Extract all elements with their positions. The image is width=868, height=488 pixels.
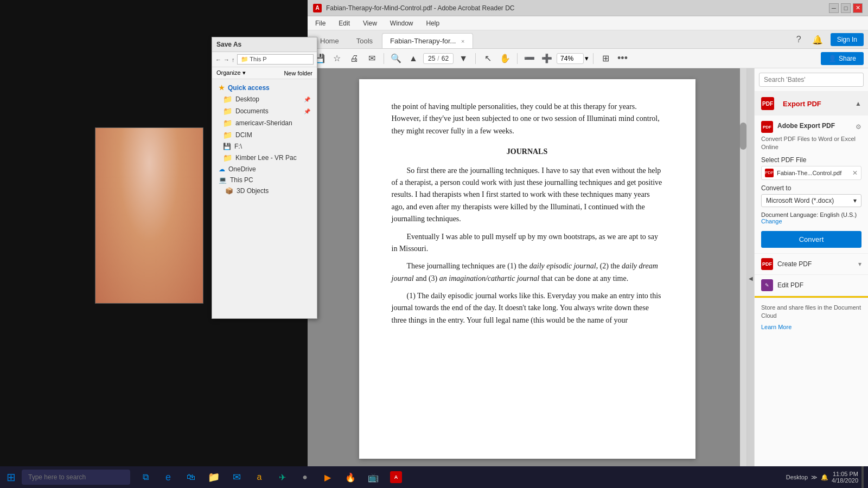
- maximize-button[interactable]: □: [841, 3, 851, 13]
- file-chip-name: Fabian-The...Control.pdf: [777, 170, 850, 176]
- show-desktop-button[interactable]: [861, 466, 864, 488]
- select-tool-button[interactable]: ↖: [480, 51, 495, 66]
- fe-item-label: Kimber Lee - VR Pac: [235, 154, 297, 162]
- taskview-button[interactable]: ⧉: [135, 466, 156, 488]
- close-button[interactable]: ✕: [853, 3, 863, 13]
- app9-icon-btn[interactable]: 🔥: [340, 466, 361, 488]
- fe-onedrive[interactable]: ☁ OneDrive: [212, 164, 317, 175]
- export-pdf-title: Export PDF: [783, 100, 821, 108]
- change-language-link[interactable]: Change: [761, 218, 782, 224]
- fe-item-fdrive[interactable]: 💾 F:\: [212, 141, 317, 152]
- create-pdf-tool[interactable]: PDF Create PDF ▾: [755, 254, 868, 275]
- panel-collapse-button[interactable]: ◀: [746, 68, 754, 488]
- convert-to-label: Convert to: [761, 184, 861, 192]
- tripadvisor-icon: ✈: [279, 472, 286, 483]
- notification-tray[interactable]: 🔔: [821, 474, 828, 481]
- new-folder-btn[interactable]: New folder: [284, 70, 312, 76]
- cloud-section: Store and share files in the Document Cl…: [755, 298, 868, 336]
- convert-button[interactable]: Convert: [761, 231, 861, 248]
- zoom-out-button[interactable]: 🔍: [388, 51, 404, 66]
- menu-help[interactable]: Help: [423, 18, 443, 28]
- language-label: Document Language:: [761, 211, 818, 218]
- fe-item-desktop[interactable]: 📁 Desktop 📌: [212, 93, 317, 105]
- organize-btn[interactable]: Organize ▾: [216, 69, 246, 76]
- taskbar-search-input[interactable]: [22, 470, 130, 485]
- amazon-icon-btn[interactable]: a: [248, 466, 270, 488]
- fe-back-icon[interactable]: ←: [215, 56, 221, 63]
- menu-file[interactable]: File: [312, 18, 329, 28]
- tab-close-icon[interactable]: ×: [461, 38, 464, 44]
- page-total: 62: [442, 55, 449, 62]
- convert-to-dropdown[interactable]: Microsoft Word (*.docx) ▾: [761, 194, 861, 207]
- mail-icon: ✉: [233, 471, 241, 483]
- print-button[interactable]: 🖨: [347, 51, 362, 66]
- export-pdf-section: PDF Export PDF ▲ PDF Adobe Export PDF ⚙ …: [755, 92, 868, 254]
- remove-file-button[interactable]: ✕: [852, 169, 858, 177]
- create-pdf-label: Create PDF: [777, 260, 812, 268]
- service-description: Convert PDF Files to Word or Excel Onlin…: [761, 135, 861, 152]
- menu-view[interactable]: View: [360, 18, 380, 28]
- pdf-viewer[interactable]: the point of having multiple personaliti…: [308, 68, 746, 488]
- menu-window[interactable]: Window: [387, 18, 417, 28]
- fe-item-dcim[interactable]: 📁 DCIM: [212, 129, 317, 141]
- app10-icon-btn[interactable]: 📺: [362, 466, 384, 488]
- zoom-in-plus-button[interactable]: ➕: [539, 51, 554, 66]
- desktop-label[interactable]: Desktop: [786, 474, 808, 480]
- menu-edit[interactable]: Edit: [335, 18, 353, 28]
- fe-item-kimber[interactable]: 📁 Kimber Lee - VR Pac: [212, 152, 317, 164]
- system-tray: ≫: [811, 474, 818, 481]
- fe-this-pc[interactable]: 💻 This PC: [212, 175, 317, 185]
- cloud-text: Store and share files in the Document Cl…: [761, 304, 861, 320]
- learn-more-link[interactable]: Learn More: [761, 324, 792, 330]
- pdf-scrollbar[interactable]: [740, 68, 746, 488]
- edit-pdf-tool[interactable]: ✎ Edit PDF: [755, 275, 868, 296]
- export-pdf-header[interactable]: PDF Export PDF ▲: [755, 92, 868, 115]
- folder-icon: 📁: [223, 95, 232, 104]
- fit-page-button[interactable]: ⊞: [598, 51, 613, 66]
- start-button[interactable]: ⊞: [0, 466, 22, 488]
- adobe-service-name: Adobe Export PDF: [777, 122, 835, 130]
- app10-icon: 📺: [368, 472, 379, 483]
- create-pdf-icon: PDF: [761, 258, 773, 270]
- share-icon: 👤: [828, 55, 837, 62]
- fe-3d-objects[interactable]: 📦 3D Objects: [212, 185, 317, 196]
- email-button[interactable]: ✉: [364, 51, 379, 66]
- fe-forward-icon[interactable]: →: [224, 56, 229, 63]
- pdf-scrollbar-thumb[interactable]: [740, 123, 746, 150]
- store-icon-btn[interactable]: 🛍: [180, 466, 202, 488]
- share-button[interactable]: 👤 Share: [821, 52, 864, 65]
- vlc-icon-btn[interactable]: ▶: [317, 466, 339, 488]
- zoom-dropdown-icon[interactable]: ▾: [585, 54, 589, 62]
- search-input[interactable]: [759, 73, 864, 87]
- minimize-button[interactable]: ─: [829, 3, 839, 13]
- tripadvisor-icon-btn[interactable]: ✈: [271, 466, 293, 488]
- edge-icon-btn[interactable]: e: [157, 466, 179, 488]
- sign-in-button[interactable]: Sign In: [831, 33, 864, 46]
- hand-tool-button[interactable]: ✋: [497, 51, 513, 66]
- fe-item-documents[interactable]: 📁 Documents 📌: [212, 105, 317, 117]
- file-explorer-icon-btn[interactable]: 📁: [203, 466, 225, 488]
- tab-tools[interactable]: Tools: [348, 33, 381, 48]
- fe-item-americavr[interactable]: 📁 americavr-Sheridan: [212, 117, 317, 129]
- next-page-button[interactable]: ▼: [456, 51, 471, 66]
- page-current[interactable]: 25: [428, 55, 435, 62]
- zoom-input[interactable]: [557, 53, 584, 64]
- help-icon[interactable]: ?: [793, 34, 805, 46]
- fe-quick-access[interactable]: ★ Quick access: [212, 82, 317, 93]
- bookmark-button[interactable]: ☆: [329, 51, 344, 66]
- edit-pdf-icon: ✎: [761, 279, 773, 291]
- rp-search-area: [755, 68, 868, 92]
- notification-icon[interactable]: 🔔: [809, 34, 826, 46]
- title-bar-text: Fabian-Therapy-for-Mind-Control.pdf - Ad…: [326, 4, 829, 12]
- app7-icon-btn[interactable]: ●: [294, 466, 316, 488]
- mail-icon-btn[interactable]: ✉: [226, 466, 247, 488]
- zoom-out-minus-button[interactable]: ➖: [522, 51, 537, 66]
- more-tools-button[interactable]: •••: [615, 52, 630, 65]
- fe-up-icon[interactable]: ↑: [232, 56, 235, 63]
- prev-page-button[interactable]: ▲: [406, 51, 421, 66]
- tab-document[interactable]: Fabian-Therapy-for... ×: [382, 33, 473, 48]
- acrobat-taskbar-btn[interactable]: A: [385, 466, 407, 488]
- toolbar-separator4: [593, 53, 593, 64]
- create-pdf-chevron: ▾: [858, 260, 861, 268]
- acrobat-taskbar-icon: A: [390, 471, 402, 483]
